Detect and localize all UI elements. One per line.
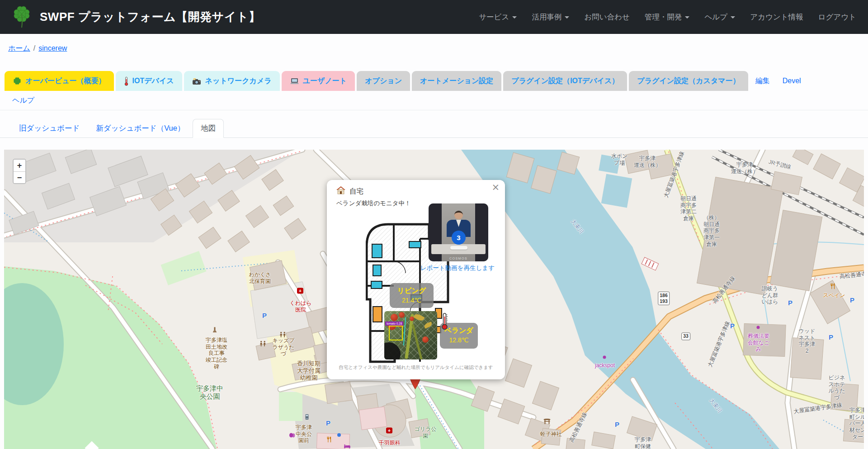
app-title: SWPF プラットフォーム【開発サイト】	[40, 9, 260, 25]
breadcrumb-link-home[interactable]: ホーム	[8, 44, 30, 52]
zoom-out-button[interactable]: −	[14, 171, 25, 183]
map-canvas[interactable]: わかくさ 北保育園くわはら 医院キッズプ ラザうた づ香川短期 大学付属 幼稚園…	[4, 150, 864, 449]
thermometer-icon	[441, 313, 448, 332]
route-shield: 33	[681, 332, 690, 340]
home-icon	[336, 186, 345, 196]
menu-services[interactable]: サービス	[479, 12, 517, 22]
sensor-name: リビング	[390, 283, 434, 296]
popup-title: 自宅	[349, 187, 363, 196]
detection-box	[389, 326, 403, 340]
video-watermark: COSMOS	[429, 257, 488, 260]
module-tabs-line1: オーバービュー（概要）IOTデバイスネットワークカメラユーザノートオプションオー…	[0, 71, 868, 91]
tab-iot-devices[interactable]: IOTデバイス	[116, 71, 182, 91]
popup-close-button[interactable]: ×	[491, 183, 500, 192]
tab-overview[interactable]: オーバービュー（概要）	[5, 71, 114, 91]
module-tabs-line2: ヘルプ	[0, 91, 868, 110]
menu-help[interactable]: ヘルプ	[704, 12, 735, 22]
laptop-icon	[290, 78, 299, 85]
sensor-chip-living: リビング 21.4℃	[390, 283, 434, 308]
tab-plugin-customer[interactable]: プラグイン設定（カスタマー）	[629, 71, 748, 91]
map-zoom-control: + −	[13, 159, 26, 184]
brand[interactable]: SWPF プラットフォーム【開発サイト】	[11, 4, 260, 30]
presenter-head	[454, 211, 463, 219]
menu-use-cases[interactable]: 活用事例	[532, 12, 569, 22]
clover-icon	[13, 76, 22, 85]
tab-plugin-iot[interactable]: プラグイン設定（IOTデバイス）	[503, 71, 627, 91]
menu-account[interactable]: アカウント情報	[750, 12, 803, 22]
chevron-down-icon	[512, 16, 517, 19]
play-report-video-link[interactable]: レポート動画を再生します	[412, 264, 503, 272]
popup-footer-note: 自宅とオフィスや農園など離れた場所でもリアルタイムに確認できます	[327, 364, 505, 371]
plant-camera-image: tomato 0.28	[384, 311, 437, 359]
tab-options[interactable]: オプション	[357, 71, 410, 91]
video-nameplate	[450, 246, 467, 250]
report-video-thumbnail[interactable]: 3 COSMOS	[429, 203, 488, 261]
sensor-popup: × 自宅 ベランダ栽培のモニタ中！	[327, 180, 505, 379]
tab-edit[interactable]: 編集	[750, 71, 775, 91]
tab-user-note[interactable]: ユーザノート	[282, 71, 355, 91]
breadcrumb-separator: /	[33, 44, 35, 52]
navbar: SWPF プラットフォーム【開発サイト】 サービス活用事例お問い合わせ管理・開発…	[0, 0, 868, 34]
tab-devel[interactable]: Devel	[777, 71, 807, 91]
module-tab-bar: オーバービュー（概要）IOTデバイスネットワークカメラユーザノートオプションオー…	[0, 71, 868, 110]
chevron-down-icon	[565, 16, 569, 19]
tab-help[interactable]: ヘルプ	[12, 96, 34, 105]
navbar-menu: サービス活用事例お問い合わせ管理・開発ヘルプアカウント情報ログアウト	[464, 12, 856, 22]
chevron-down-icon	[731, 16, 735, 19]
zoom-in-button[interactable]: +	[14, 160, 25, 171]
tab-map[interactable]: 地図	[193, 119, 224, 138]
tab-old-dashboard[interactable]: 旧ダッシュボード	[11, 119, 88, 138]
video-count-badge: 3	[452, 231, 466, 245]
dashboard-tabs: 旧ダッシュボード新ダッシュボード（Vue）地図	[0, 119, 868, 138]
chevron-down-icon	[685, 16, 689, 19]
breadcrumb: ホーム/sincerew	[0, 34, 868, 54]
sensor-temp: 21.4℃	[390, 296, 434, 304]
menu-admin-dev[interactable]: 管理・開発	[645, 12, 690, 22]
tab-automation-settings[interactable]: オートメーション設定	[412, 71, 501, 91]
tab-new-dashboard-vue[interactable]: 新ダッシュボード（Vue）	[88, 119, 193, 138]
menu-logout[interactable]: ログアウト	[818, 12, 856, 22]
menu-contact[interactable]: お問い合わせ	[584, 12, 630, 22]
sensor-temp: 12.8℃	[440, 336, 478, 344]
breadcrumb-link-sincerew[interactable]: sincerew	[38, 44, 67, 52]
clover-logo-icon	[11, 4, 33, 30]
detection-label: tomato 0.28	[385, 321, 403, 326]
camera-icon	[192, 77, 202, 85]
thermometer-icon	[124, 76, 129, 86]
tab-network-camera[interactable]: ネットワークカメラ	[184, 71, 280, 91]
route-shield: 186 193	[658, 292, 670, 305]
